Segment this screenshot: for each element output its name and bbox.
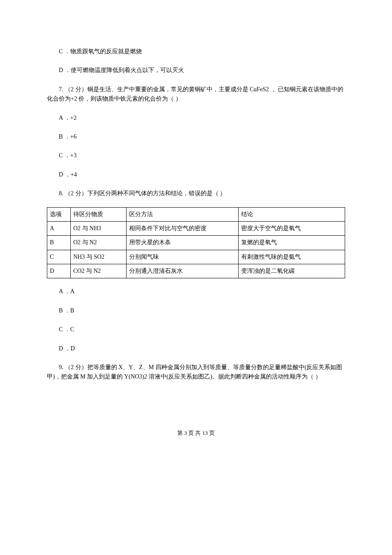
table-header-method: 区分方法 [127, 207, 239, 221]
table-header-concl: 结论 [239, 207, 345, 221]
q8-option-b: B ．B [47, 306, 345, 315]
q8-table: 选项 待区分物质 区分方法 结论 A O2 与 NH3 相同条件下对比与空气的密… [47, 207, 345, 279]
table-row: A O2 与 NH3 相同条件下对比与空气的密度 密度大于空气的是氧气 [47, 221, 345, 235]
table-header-subst: 待区分物质 [71, 207, 127, 221]
q7-option-b: B ．+6 [47, 132, 345, 142]
table-header-opt: 选项 [47, 207, 71, 221]
cell-concl: 复燃的是氧气 [239, 236, 345, 250]
q8-option-a: A ．A [47, 287, 345, 296]
q7-option-d: D ．+4 [47, 170, 345, 179]
cell-concl: 密度大于空气的是氧气 [239, 221, 345, 235]
cell-opt: C [47, 250, 71, 264]
cell-concl: 有刺激性气味的是氨气 [239, 250, 345, 264]
q9-stem: 9. （2 分）把等质量的 X、Y、Z、M 四种金属分别加入到等质量、等质量分数… [47, 363, 345, 382]
table-row: D CO2 与 N2 分别通入澄清石灰水 变浑浊的是二氧化碳 [47, 264, 345, 278]
cell-opt: A [47, 221, 71, 235]
table-row: B O2 与 N2 用带火星的木条 复燃的是氧气 [47, 236, 345, 250]
q7-stem: 7. （2 分）铜是生活、生产中重要的金属，常见的黄铜矿中，主要成分是 CuFe… [47, 85, 345, 104]
q7-option-a: A ．+2 [47, 113, 345, 123]
cell-subst: NH3 与 SO2 [71, 250, 127, 264]
q6-option-c: C ．物质跟氧气的反应就是燃烧 [47, 47, 345, 56]
cell-method: 分别闻气味 [127, 250, 239, 264]
q8-stem: 8. （2 分）下列区分两种不同气体的方法和结论，错误的是（ ） [47, 189, 345, 198]
q8-option-d: D ．D [47, 344, 345, 353]
cell-method: 用带火星的木条 [127, 236, 239, 250]
table-row: C NH3 与 SO2 分别闻气味 有刺激性气味的是氨气 [47, 250, 345, 264]
cell-method: 分别通入澄清石灰水 [127, 264, 239, 278]
table-row: 选项 待区分物质 区分方法 结论 [47, 207, 345, 221]
cell-subst: O2 与 N2 [71, 236, 127, 250]
cell-opt: D [47, 264, 71, 278]
cell-opt: B [47, 236, 71, 250]
q7-option-c: C ．+3 [47, 151, 345, 160]
q6-option-d: D ．使可燃物温度降低到着火点以下，可以灭火 [47, 66, 345, 75]
cell-subst: O2 与 NH3 [71, 221, 127, 235]
q8-option-c: C ．C [47, 325, 345, 334]
cell-concl: 变浑浊的是二氧化碳 [239, 264, 345, 278]
cell-method: 相同条件下对比与空气的密度 [127, 221, 239, 235]
cell-subst: CO2 与 N2 [71, 264, 127, 278]
page-footer: 第 3 页 共 13 页 [47, 429, 345, 438]
